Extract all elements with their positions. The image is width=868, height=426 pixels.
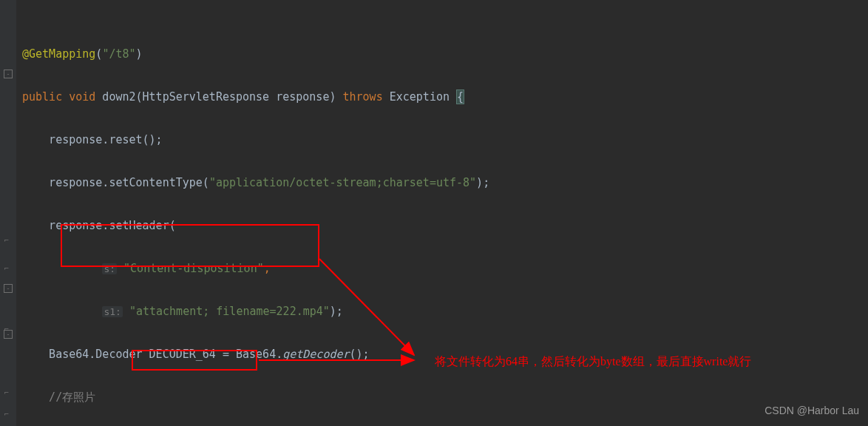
code-line: @GetMapping("/t8") [22,44,868,65]
code-comment: //存照片 [22,387,868,408]
code-line: public void down2(HttpServletResponse re… [22,87,868,108]
watermark: CSDN @Harbor Lau [764,400,859,422]
annotation: @GetMapping [22,47,95,61]
code-line: response.setContentType("application/oct… [22,172,868,194]
annotation-text: 将文件转化为64串，然后转化为byte数组，最后直接write就行 [435,354,804,370]
code-line: response.reset(); [22,129,868,151]
code-line: s: "Content-disposition", [22,258,868,280]
param-hint: s: [102,263,117,274]
param-hint: s1: [102,306,122,317]
brace-highlight: { [456,89,464,104]
code-line: response.setHeader( [22,215,868,237]
code-line: s1: "attachment; filename=222.mp4"); [22,301,868,322]
